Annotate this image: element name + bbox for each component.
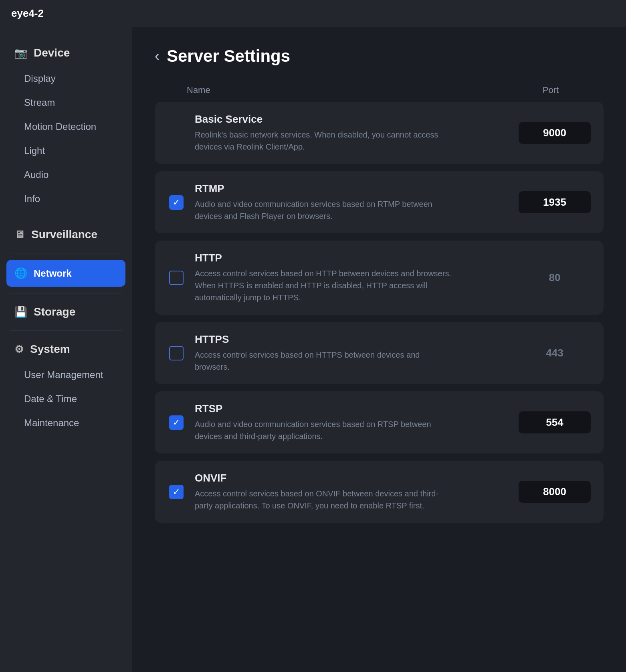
checkbox-rtsp[interactable]: ✓: [169, 415, 184, 430]
service-desc-https: Access control services based on HTTPS b…: [195, 349, 451, 373]
checkbox-area-http: [168, 271, 185, 285]
col-name-header: Name: [187, 85, 511, 95]
main-layout: 📷 Device Display Stream Motion Detection…: [0, 27, 626, 672]
service-name-basic-service: Basic Service: [195, 113, 509, 125]
app-title: eye4-2: [11, 7, 44, 19]
checkbox-area-rtmp: ✓: [168, 195, 185, 210]
port-value-http: 80: [519, 271, 591, 284]
divider-2: [10, 253, 122, 253]
service-info-onvif: ONVIF Access control services based on O…: [195, 472, 509, 512]
sidebar-item-user-management[interactable]: User Management: [0, 363, 132, 387]
sidebar-item-light[interactable]: Light: [0, 139, 132, 163]
back-button[interactable]: ‹: [155, 48, 160, 65]
sidebar-item-audio[interactable]: Audio: [0, 163, 132, 187]
top-bar: eye4-2: [0, 0, 626, 27]
port-value-https: 443: [519, 347, 591, 359]
sidebar-section-network[interactable]: 🌐 Network: [6, 260, 125, 287]
col-port-header: Port: [511, 85, 591, 95]
service-info-basic-service: Basic Service Reolink's basic network se…: [195, 113, 509, 153]
checkbox-area-onvif: ✓: [168, 485, 185, 499]
service-desc-rtsp: Audio and video communication services b…: [195, 418, 451, 442]
system-icon: ⚙: [14, 343, 24, 356]
checkbox-rtmp[interactable]: ✓: [169, 195, 184, 210]
divider-3: [10, 293, 122, 293]
divider-1: [10, 216, 122, 216]
checkbox-area-rtsp: ✓: [168, 415, 185, 430]
service-info-http: HTTP Access control services based on HT…: [195, 252, 509, 304]
table-header: Name Port: [155, 85, 604, 102]
service-name-rtmp: RTMP: [195, 182, 509, 195]
port-value-basic-service[interactable]: 9000: [519, 122, 591, 144]
port-value-rtsp[interactable]: 554: [519, 411, 591, 433]
service-name-onvif: ONVIF: [195, 472, 509, 484]
sidebar-item-date-time[interactable]: Date & Time: [0, 387, 132, 411]
service-desc-basic-service: Reolink's basic network services. When d…: [195, 129, 451, 153]
checkbox-http[interactable]: [169, 271, 184, 285]
services-list: Basic Service Reolink's basic network se…: [155, 102, 604, 523]
device-icon: 📷: [14, 47, 27, 59]
checkbox-area-https: [168, 346, 185, 360]
service-row-rtsp: ✓ RTSP Audio and video communication ser…: [155, 391, 604, 453]
content-area: ‹ Server Settings Name Port Basic Servic…: [132, 27, 626, 672]
sidebar-item-display[interactable]: Display: [0, 67, 132, 91]
network-icon: 🌐: [14, 267, 27, 279]
checkbox-https[interactable]: [169, 346, 184, 360]
service-info-rtsp: RTSP Audio and video communication servi…: [195, 403, 509, 442]
page-title: Server Settings: [167, 47, 290, 66]
page-header: ‹ Server Settings: [155, 47, 604, 66]
check-mark: ✓: [173, 488, 180, 496]
check-mark: ✓: [173, 418, 180, 427]
port-value-onvif[interactable]: 8000: [519, 481, 591, 503]
sidebar-item-motion-detection[interactable]: Motion Detection: [0, 115, 132, 139]
service-row-http: HTTP Access control services based on HT…: [155, 241, 604, 315]
sidebar-section-device[interactable]: 📷 Device: [0, 39, 132, 67]
service-row-https: HTTPS Access control services based on H…: [155, 322, 604, 384]
service-name-http: HTTP: [195, 252, 509, 264]
checkbox-onvif[interactable]: ✓: [169, 485, 184, 499]
storage-icon: 💾: [14, 306, 27, 318]
service-name-https: HTTPS: [195, 333, 509, 346]
service-name-rtsp: RTSP: [195, 403, 509, 415]
sidebar-item-maintenance[interactable]: Maintenance: [0, 411, 132, 435]
service-info-https: HTTPS Access control services based on H…: [195, 333, 509, 373]
service-desc-http: Access control services based on HTTP be…: [195, 267, 451, 304]
check-mark: ✓: [173, 198, 180, 207]
service-desc-rtmp: Audio and video communication services b…: [195, 198, 451, 222]
sidebar-section-system[interactable]: ⚙ System: [0, 336, 132, 363]
service-row-rtmp: ✓ RTMP Audio and video communication ser…: [155, 171, 604, 233]
sidebar-item-info[interactable]: Info: [0, 187, 132, 211]
sidebar-section-storage[interactable]: 💾 Storage: [0, 298, 132, 326]
surveillance-icon: 🖥: [14, 229, 25, 241]
sidebar: 📷 Device Display Stream Motion Detection…: [0, 27, 132, 672]
service-info-rtmp: RTMP Audio and video communication servi…: [195, 182, 509, 222]
service-desc-onvif: Access control services based on ONVIF b…: [195, 488, 451, 512]
sidebar-item-stream[interactable]: Stream: [0, 91, 132, 115]
port-value-rtmp[interactable]: 1935: [519, 191, 591, 213]
service-row-onvif: ✓ ONVIF Access control services based on…: [155, 461, 604, 523]
divider-4: [10, 330, 122, 331]
sidebar-section-surveillance[interactable]: 🖥 Surveillance: [0, 221, 132, 248]
service-row-basic-service: Basic Service Reolink's basic network se…: [155, 102, 604, 164]
network-wrapper: 🌐 Network: [0, 258, 132, 288]
